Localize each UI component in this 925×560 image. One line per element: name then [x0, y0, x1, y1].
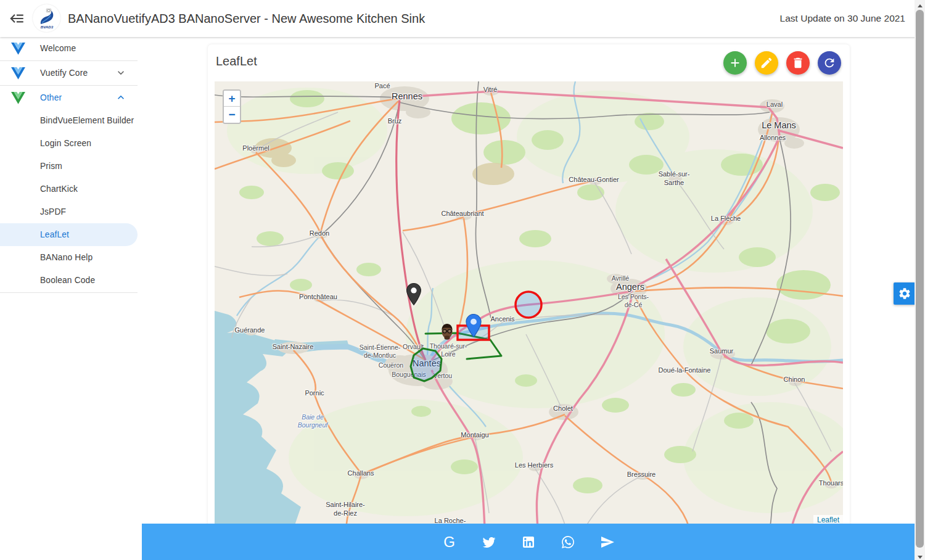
sidebar-divider	[0, 60, 138, 61]
vuetify-logo-icon	[11, 42, 27, 56]
delete-button[interactable]	[786, 51, 810, 75]
app-bar: BVAD3 BANanoVuetifyAD3 BANanoServer - Ne…	[0, 0, 925, 37]
chevron-up-icon	[115, 91, 127, 104]
google-icon: G	[443, 534, 455, 550]
scroll-up-arrow[interactable]	[915, 0, 925, 9]
sidebar-item-leaflet[interactable]: LeafLet	[0, 223, 138, 246]
google-button[interactable]: G	[442, 534, 458, 550]
sidebar-item-boolean-code[interactable]: Boolean Code	[0, 269, 142, 292]
pin-icon	[465, 314, 482, 337]
sidebar-item-prism[interactable]: Prism	[0, 155, 142, 178]
chevron-down-icon	[115, 67, 127, 79]
sidebar-item-chartkick[interactable]: ChartKick	[0, 178, 142, 200]
pencil-icon	[760, 56, 773, 70]
trash-icon	[791, 56, 805, 70]
sidebar-item-welcome[interactable]: Welcome	[0, 37, 142, 60]
linkedin-button[interactable]	[520, 534, 536, 550]
sidebar-divider	[0, 292, 138, 293]
sidebar-item-label: Other	[40, 93, 62, 102]
backburger-icon	[9, 10, 25, 27]
sidebar-item-other[interactable]: Other	[0, 86, 142, 109]
navigation-drawer: Welcome Vuetify Core OtherBindVueElement…	[0, 37, 142, 560]
face-icon	[440, 322, 454, 340]
vector-overlays[interactable]	[215, 81, 843, 529]
vuetify-logo-icon	[11, 67, 27, 80]
twitter-button[interactable]	[481, 534, 497, 550]
leaflet-map[interactable]: RennesNantesAngersLe MansPacéVitréBruzLa…	[215, 81, 843, 529]
twitter-icon	[482, 535, 496, 550]
leaflet-card: LeafLet	[208, 44, 850, 529]
whatsapp-icon	[561, 535, 575, 550]
refresh-icon	[823, 56, 836, 70]
sidebar-item-label: Vuetify Core	[40, 68, 88, 78]
sidebar-item-jspdf[interactable]: JsPDF	[0, 200, 142, 223]
sidebar-divider	[0, 85, 138, 86]
telegram-icon	[600, 535, 615, 550]
map-pin-marker[interactable]	[465, 314, 482, 340]
sidebar-item-bindvueelement-builder[interactable]: BindVueElement Builder	[0, 109, 142, 132]
settings-button[interactable]	[894, 282, 916, 305]
sidebar-item-label: BindVueElement Builder	[40, 116, 134, 125]
sidebar-item-label: JsPDF	[40, 207, 66, 216]
add-button[interactable]	[723, 51, 747, 75]
page-title: LeafLet	[216, 54, 257, 68]
scrollbar-thumb[interactable]	[916, 10, 924, 548]
telegram-button[interactable]	[599, 534, 615, 550]
sidebar-item-label: BANano Help	[40, 253, 92, 262]
last-update-text: Last Update on 30 June 2021	[780, 0, 905, 37]
zoom-control: + −	[223, 89, 241, 124]
card-header: LeafLet	[208, 44, 850, 81]
circle-overlay[interactable]	[516, 292, 541, 318]
sidebar-item-label: Prism	[40, 162, 62, 171]
linkedin-icon	[521, 535, 536, 550]
sidebar-item-vuetify-core[interactable]: Vuetify Core	[0, 62, 142, 84]
scroll-down-arrow[interactable]	[915, 551, 925, 560]
refresh-button[interactable]	[818, 51, 841, 75]
chevron-down-icon	[115, 67, 127, 79]
sidebar-item-label: Welcome	[40, 44, 76, 53]
face-marker[interactable]	[440, 322, 454, 343]
sidebar-item-label: Login Screen	[40, 139, 91, 148]
social-footer: G	[142, 524, 915, 560]
chevron-up-icon	[115, 91, 127, 104]
sidebar-item-login-screen[interactable]: Login Screen	[0, 132, 142, 155]
zoom-out-button[interactable]: −	[224, 107, 240, 123]
polygon-overlay[interactable]	[411, 348, 442, 381]
sidebar-item-label: Boolean Code	[40, 276, 95, 285]
page-scrollbar	[915, 0, 925, 560]
gear-icon	[898, 287, 911, 300]
sidebar-item-banano-help[interactable]: BANano Help	[0, 246, 142, 269]
bvad3-logo-icon: BVAD3	[35, 6, 59, 31]
zoom-in-button[interactable]: +	[224, 91, 240, 107]
edit-button[interactable]	[755, 51, 778, 75]
whatsapp-button[interactable]	[560, 534, 576, 550]
vuetify-logo-icon	[11, 91, 27, 105]
app-title: BANanoVuetifyAD3 BANanoServer - New Awes…	[68, 0, 425, 37]
plus-icon	[728, 56, 742, 70]
pin-icon	[406, 283, 422, 305]
app-logo: BVAD3	[33, 4, 60, 32]
app-root: BVAD3 BANanoVuetifyAD3 BANanoServer - Ne…	[0, 0, 925, 560]
map-pin-marker[interactable]	[406, 283, 422, 308]
sidebar-item-label: ChartKick	[40, 184, 78, 194]
action-buttons	[723, 51, 841, 75]
svg-text:BVAD3: BVAD3	[40, 25, 53, 29]
menu-open-icon[interactable]	[7, 9, 27, 28]
sidebar-item-label: LeafLet	[40, 230, 69, 239]
